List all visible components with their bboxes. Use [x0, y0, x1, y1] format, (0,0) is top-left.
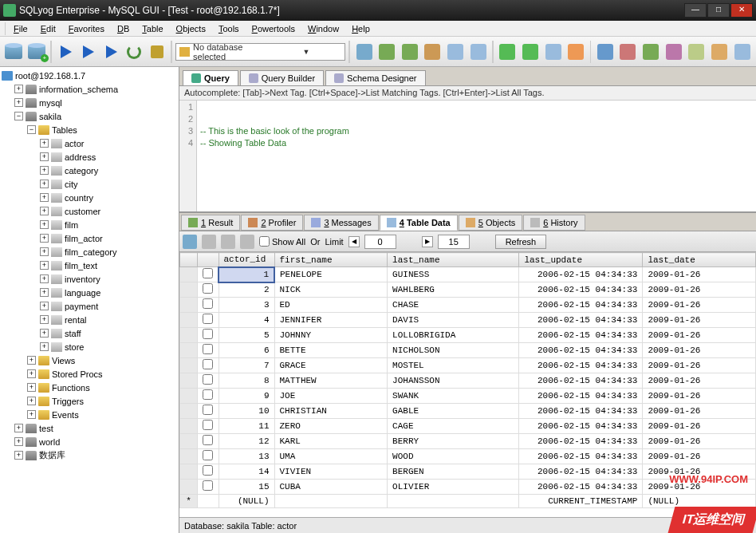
minimize-button[interactable]: —	[684, 3, 707, 18]
menu-edit[interactable]: Edit	[34, 22, 62, 35]
new-connection-add-button[interactable]: +	[26, 41, 48, 63]
execute-all-button[interactable]	[78, 41, 100, 63]
tree-folder-stored-procs[interactable]: +Stored Procs	[2, 367, 177, 381]
tree-table-film_category[interactable]: +film_category	[2, 245, 177, 259]
query-tab-query-builder[interactable]: Query Builder	[240, 70, 324, 85]
result-tab--history[interactable]: 6 History	[523, 215, 585, 231]
tool-btn-1[interactable]	[353, 41, 375, 63]
tree-table-country[interactable]: +country	[2, 191, 177, 204]
table-row[interactable]: 7GRACEMOSTEL2006-02-15 04:34:332009-01-2…	[180, 358, 756, 373]
stop-button[interactable]	[147, 41, 168, 63]
tool-btn-4[interactable]	[422, 41, 443, 63]
menu-table[interactable]: Table	[136, 22, 169, 35]
result-tab--profiler[interactable]: 2 Profiler	[241, 215, 303, 231]
column-header-last_name[interactable]: last_name	[388, 253, 519, 267]
tree-table-category[interactable]: +category	[2, 164, 177, 177]
code-area[interactable]: -- This is the basic look of the program…	[197, 101, 756, 211]
result-tab--result[interactable]: 1 Result	[181, 215, 240, 231]
prev-page-button[interactable]: ◀	[348, 236, 360, 247]
tree-table-film_text[interactable]: +film_text	[2, 259, 177, 272]
tree-schema-test[interactable]: +test	[2, 421, 177, 435]
menu-objects[interactable]: Objects	[170, 22, 212, 35]
tree-folder-tables[interactable]: −Tables	[2, 123, 177, 136]
next-page-button[interactable]: ▶	[422, 236, 433, 247]
tree-table-city[interactable]: +city	[2, 177, 177, 191]
menu-favorites[interactable]: Favorites	[62, 22, 111, 35]
table-row[interactable]: 3EDCHASE2006-02-15 04:34:332009-01-26	[180, 298, 756, 313]
tree-table-language[interactable]: +language	[2, 286, 177, 299]
menu-powertools[interactable]: Powertools	[246, 22, 301, 35]
tree-table-address[interactable]: +address	[2, 150, 177, 164]
menu-help[interactable]: Help	[345, 22, 376, 35]
grid-btn-1[interactable]	[202, 235, 216, 249]
column-header-actor_id[interactable]: actor_id	[219, 253, 274, 267]
tree-folder-triggers[interactable]: +Triggers	[2, 394, 177, 408]
tree-table-payment[interactable]: +payment	[2, 299, 177, 313]
tree-folder-functions[interactable]: +Functions	[2, 381, 177, 394]
new-connection-button[interactable]	[3, 41, 25, 63]
tool-btn-11[interactable]	[594, 41, 616, 63]
grid-btn-2[interactable]	[221, 235, 235, 249]
grid-btn-3[interactable]	[240, 235, 254, 249]
database-selector[interactable]: No database selected ▼	[175, 43, 345, 61]
tree-table-staff[interactable]: +staff	[2, 326, 177, 340]
tool-btn-15[interactable]	[686, 41, 707, 63]
tool-btn-6[interactable]	[467, 41, 489, 63]
tree-table-store[interactable]: +store	[2, 340, 177, 353]
object-browser[interactable]: root@192.168.1.7 +information_schema+mys…	[0, 67, 179, 533]
tool-btn-14[interactable]	[663, 41, 684, 63]
result-tab--objects[interactable]: 5 Objects	[459, 215, 522, 231]
menu-file[interactable]: File	[7, 22, 34, 35]
tool-btn-17[interactable]	[731, 41, 753, 63]
menu-db[interactable]: DB	[111, 22, 136, 35]
result-tab--messages[interactable]: 3 Messages	[304, 215, 378, 231]
tool-btn-5[interactable]	[445, 41, 467, 63]
tree-schema-数据库[interactable]: +数据库	[2, 448, 177, 462]
tree-table-rental[interactable]: +rental	[2, 313, 177, 326]
table-row[interactable]: 12KARLBERRY2006-02-15 04:34:332009-01-26	[180, 434, 756, 449]
query-editor[interactable]: 1234 -- This is the basic look of the pr…	[179, 101, 756, 212]
tree-schema-world[interactable]: +world	[2, 435, 177, 448]
tool-btn-2[interactable]	[376, 41, 398, 63]
tree-table-film_actor[interactable]: +film_actor	[2, 231, 177, 245]
offset-input[interactable]	[364, 235, 396, 249]
table-row[interactable]: 13UMAWOOD2006-02-15 04:34:332009-01-26	[180, 449, 756, 464]
tool-btn-12[interactable]	[617, 41, 639, 63]
maximize-button[interactable]: □	[707, 3, 730, 18]
menu-window[interactable]: Window	[301, 22, 345, 35]
tool-btn-9[interactable]	[542, 41, 564, 63]
table-row[interactable]: 4JENNIFERDAVIS2006-02-15 04:34:332009-01…	[180, 313, 756, 328]
tree-table-film[interactable]: +film	[2, 218, 177, 231]
show-all-checkbox[interactable]: Show All	[259, 236, 305, 247]
export-button[interactable]	[183, 235, 197, 249]
tree-table-customer[interactable]: +customer	[2, 204, 177, 218]
tree-schema-sakila[interactable]: −sakila	[2, 109, 177, 123]
query-tab-query[interactable]: Query	[183, 70, 238, 85]
tool-btn-10[interactable]	[565, 41, 587, 63]
table-row[interactable]: 10CHRISTIANGABLE2006-02-15 04:34:332009-…	[180, 404, 756, 419]
tree-schema-mysql[interactable]: +mysql	[2, 96, 177, 109]
column-header-last_date[interactable]: last_date	[643, 253, 756, 267]
menu-tools[interactable]: Tools	[212, 22, 246, 35]
tool-btn-13[interactable]	[640, 41, 662, 63]
tree-table-inventory[interactable]: +inventory	[2, 272, 177, 286]
tool-btn-8[interactable]	[520, 41, 541, 63]
refresh-button[interactable]: Refresh	[495, 235, 547, 249]
tree-folder-events[interactable]: +Events	[2, 408, 177, 421]
tool-btn-16[interactable]	[709, 41, 730, 63]
table-row[interactable]: 8MATTHEWJOHANSSON2006-02-15 04:34:332009…	[180, 373, 756, 389]
limit-input[interactable]	[438, 235, 470, 249]
table-row[interactable]: 1PENELOPEGUINESS2006-02-15 04:34:332009-…	[180, 267, 756, 282]
tree-schema-information_schema[interactable]: +information_schema	[2, 82, 177, 96]
close-button[interactable]: ✕	[730, 3, 753, 18]
result-tab--table-data[interactable]: 4 Table Data	[380, 215, 458, 231]
table-row[interactable]: 9JOESWANK2006-02-15 04:34:332009-01-26	[180, 389, 756, 404]
table-row[interactable]: 5JOHNNYLOLLOBRIGIDA2006-02-15 04:34:3320…	[180, 328, 756, 343]
null-row[interactable]: *(NULL)CURRENT_TIMESTAMP(NULL)	[180, 495, 756, 508]
execute-query-button[interactable]	[55, 41, 77, 63]
refresh-button[interactable]	[124, 41, 145, 63]
execute-explain-button[interactable]	[100, 41, 122, 63]
column-header-last_update[interactable]: last_update	[519, 253, 643, 267]
tool-btn-3[interactable]	[400, 41, 421, 63]
tool-btn-7[interactable]	[497, 41, 518, 63]
